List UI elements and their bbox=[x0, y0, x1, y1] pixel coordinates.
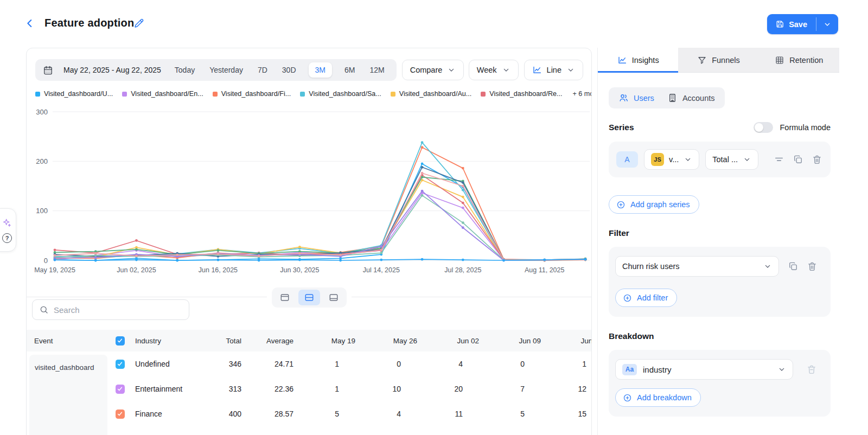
toggle-knob bbox=[755, 123, 763, 132]
column-header-date[interactable]: Jun 09 bbox=[483, 337, 545, 345]
layout-chart-focus-button[interactable] bbox=[274, 290, 296, 305]
series-filter-button[interactable] bbox=[774, 154, 784, 165]
total-cell: 313 bbox=[200, 385, 246, 393]
layout-split-button[interactable] bbox=[298, 290, 320, 305]
series-section-header: Series Formula mode bbox=[609, 122, 831, 133]
copy-icon bbox=[788, 261, 799, 272]
series-delete-button[interactable] bbox=[812, 154, 822, 165]
granularity-dropdown[interactable]: Week bbox=[469, 60, 519, 80]
preset-30d[interactable]: 30D bbox=[280, 62, 298, 78]
insights-panel: Insights Funnels Retention Users Account… bbox=[597, 48, 839, 435]
column-header-date[interactable]: May 26 bbox=[360, 337, 422, 345]
value-cell: 5 bbox=[483, 410, 545, 418]
add-filter-button[interactable]: Add filter bbox=[615, 289, 677, 307]
legend-item[interactable]: Visited_dashboard/U... bbox=[35, 90, 113, 98]
event-dropdown[interactable]: JS v... bbox=[644, 149, 699, 170]
legend-item[interactable]: Visited_dashboard/Fi... bbox=[213, 90, 291, 98]
legend-item[interactable]: Visited_dashboard/En... bbox=[122, 90, 203, 98]
layout-table-focus-button[interactable] bbox=[323, 290, 344, 305]
chevron-down-icon bbox=[684, 155, 692, 164]
row-checkbox[interactable] bbox=[116, 336, 125, 346]
chart-series-line bbox=[55, 148, 585, 260]
table-header: Event Industry Total Average May 19May 2… bbox=[27, 330, 591, 351]
table-search bbox=[32, 299, 189, 320]
filter-dropdown[interactable]: Churn risk users bbox=[615, 256, 779, 277]
back-button[interactable] bbox=[24, 17, 36, 29]
column-header-date[interactable]: Jun 02 bbox=[422, 337, 483, 345]
add-breakdown-button[interactable]: Add breakdown bbox=[615, 388, 701, 407]
average-cell: 28.57 bbox=[246, 410, 298, 418]
audience-accounts-label: Accounts bbox=[682, 94, 715, 103]
svg-text:200: 200 bbox=[36, 157, 48, 165]
line-chart-icon bbox=[532, 65, 542, 75]
save-button[interactable]: Save bbox=[767, 14, 816, 34]
preset-3m[interactable]: 3M bbox=[309, 62, 332, 78]
chart-series-line bbox=[55, 177, 585, 260]
tab-funnels[interactable]: Funnels bbox=[678, 48, 758, 73]
breakdown-delete-button[interactable] bbox=[806, 364, 817, 375]
preset-7d[interactable]: 7D bbox=[256, 62, 270, 78]
column-header-event[interactable]: Event bbox=[27, 337, 109, 345]
add-graph-series-button[interactable]: Add graph series bbox=[609, 195, 699, 214]
table-row: Entertainment31322.3611020712 bbox=[27, 376, 591, 401]
legend-item[interactable]: Visited_dashboard/Sa... bbox=[300, 90, 381, 98]
legend-more[interactable]: + 6 more bbox=[572, 90, 591, 98]
chart-series-line bbox=[55, 167, 585, 260]
column-header-date[interactable]: Jun 16 bbox=[545, 337, 592, 345]
preset-12m[interactable]: 12M bbox=[367, 62, 386, 78]
checkbox-cell bbox=[109, 360, 131, 369]
svg-text:300: 300 bbox=[36, 108, 48, 116]
compare-button[interactable]: Compare bbox=[402, 60, 464, 80]
preset-today[interactable]: Today bbox=[173, 62, 197, 78]
filter-delete-button[interactable] bbox=[807, 261, 818, 272]
value-cell: 1 bbox=[298, 360, 360, 368]
date-range-value[interactable]: May 22, 2025 - Aug 22, 2025 bbox=[63, 66, 161, 74]
add-breakdown-label: Add breakdown bbox=[637, 393, 692, 402]
filter-duplicate-button[interactable] bbox=[788, 261, 799, 272]
column-header-average[interactable]: Average bbox=[246, 337, 298, 345]
add-filter-label: Add filter bbox=[637, 293, 668, 302]
audience-accounts-button[interactable]: Accounts bbox=[662, 91, 720, 105]
edit-title-button[interactable] bbox=[133, 17, 145, 29]
chart-type-dropdown[interactable]: Line bbox=[524, 60, 583, 80]
column-header-date[interactable]: May 19 bbox=[298, 337, 360, 345]
legend-item[interactable]: Visited_dashboard/Au... bbox=[391, 90, 472, 98]
formula-mode-label: Formula mode bbox=[780, 123, 831, 132]
event-cell[interactable]: visited_dashboard bbox=[29, 355, 107, 435]
chart-legend: Visited_dashboard/U...Visited_dashboard/… bbox=[27, 90, 591, 98]
sparkle-icon bbox=[2, 218, 12, 228]
ai-sparkle-button[interactable] bbox=[2, 218, 12, 228]
pencil-icon bbox=[133, 17, 145, 29]
row-checkbox[interactable] bbox=[116, 360, 125, 369]
industry-cell: Finance bbox=[131, 410, 200, 418]
preset-6m[interactable]: 6M bbox=[342, 62, 357, 78]
row-checkbox[interactable] bbox=[116, 410, 125, 419]
preset-yesterday[interactable]: Yesterday bbox=[207, 62, 245, 78]
row-checkbox[interactable] bbox=[116, 385, 125, 394]
filter-section-header: Filter bbox=[609, 228, 831, 238]
column-header-industry[interactable]: Industry bbox=[131, 337, 200, 345]
page-title: Feature adoption bbox=[44, 17, 134, 29]
save-options-button[interactable] bbox=[816, 14, 838, 34]
column-header-total[interactable]: Total bbox=[200, 337, 246, 345]
breakdown-card: Aa industry Add breakdown bbox=[609, 350, 831, 417]
layout-top-icon bbox=[279, 292, 291, 303]
search-input[interactable] bbox=[54, 305, 182, 315]
tab-insights[interactable]: Insights bbox=[598, 48, 678, 73]
series-badge[interactable]: A bbox=[616, 151, 638, 168]
header-checkbox-cell bbox=[109, 336, 131, 346]
chart-series-line bbox=[55, 143, 585, 260]
help-button[interactable]: ? bbox=[2, 233, 12, 243]
breakdown-dropdown[interactable]: Aa industry bbox=[615, 359, 793, 380]
tab-retention[interactable]: Retention bbox=[759, 48, 839, 73]
calendar-icon[interactable] bbox=[43, 65, 53, 75]
series-duplicate-button[interactable] bbox=[793, 154, 803, 165]
legend-item[interactable]: Visited_dashboard/Re... bbox=[481, 90, 562, 98]
industry-cell: Undefined bbox=[131, 360, 200, 368]
chevron-left-icon bbox=[24, 17, 36, 29]
breakdown-actions bbox=[806, 364, 817, 375]
chevron-down-icon bbox=[823, 20, 832, 29]
formula-mode-toggle[interactable] bbox=[754, 122, 773, 133]
metric-dropdown[interactable]: Total ... bbox=[705, 149, 758, 170]
audience-users-button[interactable]: Users bbox=[613, 91, 660, 105]
